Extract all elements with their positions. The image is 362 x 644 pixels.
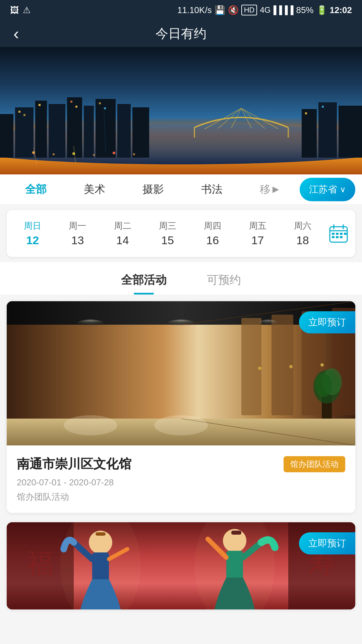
- activity-card-2: 福 寿 立即预订: [7, 522, 355, 609]
- day-tue-name: 周二: [114, 220, 131, 232]
- card-image-2: 福 寿 立即预订: [7, 522, 355, 609]
- svg-rect-29: [305, 112, 307, 114]
- svg-rect-28: [339, 106, 362, 158]
- day-mon-name: 周一: [69, 220, 86, 232]
- calendar-row: 周日 12 周一 13 周二 14 周三 15 周四 16 周五 17 周六 1…: [7, 210, 355, 257]
- save-icon: 💾: [215, 5, 225, 15]
- svg-rect-14: [67, 97, 82, 158]
- status-bar: 🖼 ⚠ 11.10K/s 💾 🔇 HD 4G▐▐▐▐ 85% 🔋 12:02: [0, 0, 362, 20]
- svg-point-61: [289, 365, 293, 368]
- book-badge-1[interactable]: 立即预订: [299, 311, 355, 333]
- svg-point-64: [168, 320, 194, 326]
- day-tue-num: 14: [116, 234, 129, 247]
- app-header: ‹ 今日有约: [0, 20, 362, 47]
- activity-card-1: 立即预订 南通市崇川区文化馆 馆办团队活动 2020-07-01 - 2020-…: [7, 301, 355, 513]
- cat-all[interactable]: 全部: [7, 179, 65, 200]
- province-button[interactable]: 江苏省 ∨: [300, 178, 355, 201]
- tab-bookable[interactable]: 可预约: [207, 272, 241, 294]
- card-info-1: 南通市崇川区文化馆 馆办团队活动 2020-07-01 - 2020-07-28…: [7, 445, 355, 513]
- day-sat-name: 周六: [294, 220, 311, 232]
- back-button[interactable]: ‹: [13, 25, 19, 42]
- svg-rect-46: [340, 233, 343, 235]
- svg-rect-57: [272, 315, 293, 415]
- alert-icon: ⚠: [23, 5, 31, 15]
- card-title-1: 南通市崇川区文化馆: [17, 455, 131, 473]
- tab-all-activities[interactable]: 全部活动: [121, 272, 167, 294]
- svg-rect-56: [241, 318, 261, 415]
- day-wed-num: 15: [161, 234, 174, 247]
- day-thu-name: 周四: [204, 220, 221, 232]
- day-thu-num: 16: [206, 234, 219, 247]
- svg-rect-23: [75, 106, 77, 108]
- svg-rect-20: [23, 114, 25, 116]
- clock: 12:02: [330, 5, 352, 15]
- cat-more[interactable]: 移►: [241, 179, 300, 200]
- svg-rect-21: [39, 104, 41, 106]
- svg-text:福: 福: [27, 548, 54, 578]
- category-tabs: 全部 美术 摄影 书法 移► 江苏省 ∨: [0, 174, 362, 205]
- mute-icon: 🔇: [228, 5, 239, 15]
- status-left: 🖼 ⚠: [10, 5, 31, 15]
- card-image-1: 立即预订: [7, 301, 355, 445]
- svg-rect-50: [340, 236, 343, 238]
- activity-tabs: 全部活动 可预约: [0, 262, 362, 294]
- signal-icon: 4G▐▐▐▐: [260, 5, 293, 15]
- chevron-down-icon: ∨: [340, 185, 346, 194]
- svg-point-65: [258, 320, 278, 326]
- battery-level: 85%: [296, 5, 313, 15]
- day-sat[interactable]: 周六 18: [280, 217, 325, 250]
- svg-rect-25: [104, 107, 106, 109]
- svg-rect-27: [318, 102, 337, 158]
- svg-point-71: [315, 373, 332, 397]
- svg-rect-48: [332, 236, 335, 238]
- cat-art[interactable]: 美术: [65, 179, 124, 200]
- svg-rect-49: [336, 236, 339, 238]
- day-fri[interactable]: 周五 17: [235, 217, 280, 250]
- province-label: 江苏省: [309, 183, 337, 196]
- svg-point-60: [258, 367, 261, 370]
- card-date-1: 2020-07-01 - 2020-07-28: [17, 477, 345, 488]
- svg-point-35: [113, 152, 115, 154]
- page-title: 今日有约: [156, 25, 206, 42]
- cat-calligraphy[interactable]: 书法: [182, 179, 241, 200]
- day-thu[interactable]: 周四 16: [190, 217, 235, 250]
- day-fri-num: 17: [251, 234, 264, 247]
- svg-point-62: [320, 363, 324, 367]
- day-sat-num: 18: [296, 234, 309, 247]
- card-tag-1: 馆办团队活动: [284, 456, 345, 472]
- svg-rect-12: [35, 101, 47, 158]
- cat-photo[interactable]: 摄影: [124, 179, 183, 200]
- svg-point-63: [77, 320, 104, 326]
- book-badge-2[interactable]: 立即预订: [299, 532, 355, 554]
- day-wed[interactable]: 周三 15: [145, 217, 190, 250]
- svg-rect-18: [132, 107, 149, 158]
- svg-rect-26: [302, 109, 317, 158]
- battery-icon: 🔋: [316, 5, 327, 15]
- svg-rect-22: [70, 101, 72, 103]
- svg-rect-17: [117, 104, 131, 158]
- day-sun-name: 周日: [24, 220, 41, 232]
- day-mon[interactable]: 周一 13: [55, 217, 100, 250]
- svg-point-32: [53, 153, 55, 155]
- card-title-row-1: 南通市崇川区文化馆 馆办团队活动: [17, 455, 345, 473]
- svg-rect-47: [344, 233, 347, 235]
- hero-banner: [0, 47, 362, 174]
- svg-rect-10: [0, 114, 13, 158]
- svg-point-67: [154, 415, 208, 435]
- day-sun-num: 12: [26, 234, 39, 247]
- day-tue[interactable]: 周二 14: [100, 217, 145, 250]
- calendar-picker-button[interactable]: [325, 220, 352, 247]
- svg-point-86: [194, 522, 275, 609]
- cards-container: 立即预订 南通市崇川区文化馆 馆办团队活动 2020-07-01 - 2020-…: [0, 301, 362, 609]
- network-speed: 11.10K/s: [177, 5, 212, 15]
- svg-rect-44: [332, 233, 335, 235]
- svg-point-85: [60, 522, 141, 609]
- svg-rect-45: [336, 233, 339, 235]
- image-icon: 🖼: [10, 5, 19, 15]
- svg-point-34: [93, 154, 95, 156]
- day-sun[interactable]: 周日 12: [10, 217, 55, 250]
- card-type-1: 馆办团队活动: [17, 491, 345, 503]
- hd-badge: HD: [241, 5, 257, 15]
- status-right: 11.10K/s 💾 🔇 HD 4G▐▐▐▐ 85% 🔋 12:02: [177, 5, 352, 15]
- svg-point-66: [64, 415, 117, 435]
